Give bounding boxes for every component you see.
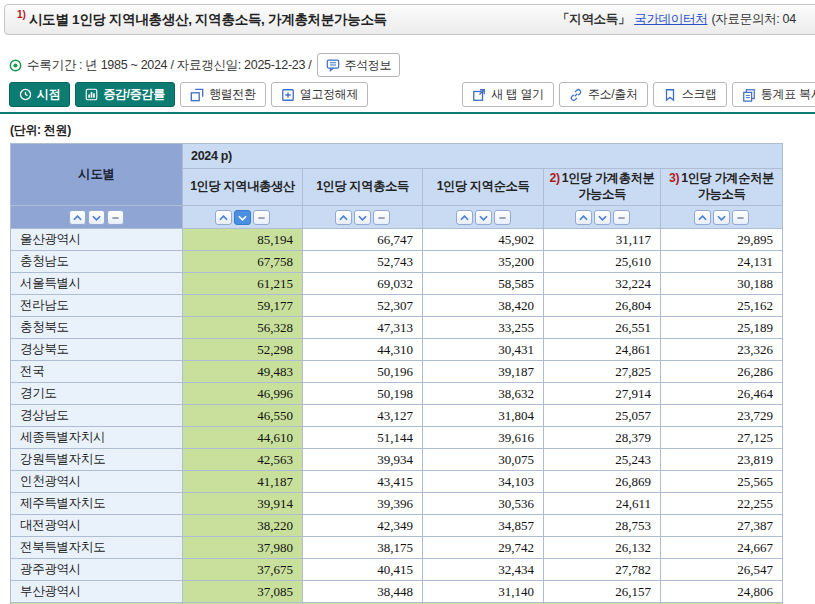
copy-table-button[interactable]: 통계표 복사/공: [732, 82, 815, 107]
sort-desc-button[interactable]: [354, 210, 371, 225]
value-cell: 23,819: [661, 449, 783, 471]
value-cell: 33,255: [423, 317, 544, 339]
value-cell: 23,729: [661, 405, 783, 427]
period-text: 수록기간 : 년 1985 ~ 2024 / 자료갱신일: 2025-12-23…: [27, 57, 311, 74]
bar-chart-icon: [85, 88, 98, 101]
table-row: 제주특별자치도39,91439,39630,53624,61122,255: [11, 493, 783, 515]
sort-desc-icon: [479, 214, 488, 222]
clock-icon: [19, 88, 32, 101]
value-cell: 52,298: [183, 339, 303, 361]
sort-desc-icon: [598, 214, 607, 222]
sort-asc-button[interactable]: [335, 210, 352, 225]
column-footnote-mark: 2): [550, 171, 560, 185]
region-cell: 제주특별자치도: [11, 493, 183, 515]
value-cell: 50,198: [303, 383, 423, 405]
value-cell: 45,902: [423, 229, 544, 251]
sort-desc-button[interactable]: [713, 210, 730, 225]
source-agency-link[interactable]: 국가데이터처: [634, 11, 707, 28]
sort-asc-icon: [219, 214, 228, 222]
value-cell: 25,162: [661, 295, 783, 317]
table-row: 대전광역시38,22042,34934,85728,75327,387: [11, 515, 783, 537]
value-cell: 43,415: [303, 471, 423, 493]
region-cell: 전북특별자치도: [11, 537, 183, 559]
region-cell: 서울특별시: [11, 273, 183, 295]
sort-asc-button[interactable]: [215, 210, 232, 225]
value-cell: 27,914: [544, 383, 661, 405]
value-cell: 85,194: [183, 229, 303, 251]
region-cell: 인천광역시: [11, 471, 183, 493]
value-cell: 28,379: [544, 427, 661, 449]
value-cell: 24,611: [544, 493, 661, 515]
column-header-label: 1인당 가계순처분가능소득: [681, 171, 774, 201]
time-point-button[interactable]: 시점: [9, 82, 70, 107]
statistics-table-page: 1)시도별 1인당 지역내총생산, 지역총소득, 가계총처분가능소득 「지역소득…: [0, 0, 815, 604]
value-cell: 41,187: [183, 471, 303, 493]
sort-asc-button[interactable]: [575, 210, 592, 225]
address-source-button[interactable]: 주소/출처: [559, 82, 648, 107]
sort-clear-icon: [111, 214, 120, 222]
sort-cell-3: [544, 206, 661, 229]
annotation-info-button[interactable]: 주석정보: [317, 53, 400, 77]
table-row: 울산광역시85,19466,74745,90231,11729,895: [11, 229, 783, 251]
table-row: 인천광역시41,18743,41534,10326,86925,565: [11, 471, 783, 493]
sort-desc-button[interactable]: [234, 210, 251, 225]
sort-clear-button[interactable]: [373, 210, 390, 225]
value-cell: 37,675: [183, 559, 303, 581]
page-title: 시도별 1인당 지역내총생산, 지역총소득, 가계총처분가능소득: [29, 13, 387, 28]
value-cell: 58,585: [423, 273, 544, 295]
value-cell: 37,980: [183, 537, 303, 559]
sort-clear-button[interactable]: [253, 210, 270, 225]
sort-cell-0: [183, 206, 303, 229]
value-cell: 30,188: [661, 273, 783, 295]
sort-cell-1: [303, 206, 423, 229]
sort-clear-button[interactable]: [613, 210, 630, 225]
unfreeze-column-button[interactable]: 열고정해제: [271, 82, 369, 107]
sort-desc-button[interactable]: [88, 210, 105, 225]
link-icon: [569, 88, 583, 102]
change-rate-button[interactable]: 증감/증감률: [75, 82, 175, 107]
new-tab-button[interactable]: 새 탭 열기: [462, 82, 554, 107]
value-cell: 24,131: [661, 251, 783, 273]
sort-clear-button[interactable]: [494, 210, 511, 225]
value-cell: 52,743: [303, 251, 423, 273]
column-header-0: 1인당 지역내총생산: [183, 169, 303, 206]
sort-asc-icon: [579, 214, 588, 222]
value-cell: 25,189: [661, 317, 783, 339]
value-cell: 38,420: [423, 295, 544, 317]
table-row: 전국49,48350,19639,18727,82526,286: [11, 361, 783, 383]
table-row: 충청남도67,75852,74335,20025,61024,131: [11, 251, 783, 273]
value-cell: 46,996: [183, 383, 303, 405]
value-cell: 25,057: [544, 405, 661, 427]
dataset-info-row: 수록기간 : 년 1985 ~ 2024 / 자료갱신일: 2025-12-23…: [9, 53, 400, 77]
sort-asc-icon: [73, 214, 82, 222]
sort-clear-button[interactable]: [107, 210, 124, 225]
value-cell: 38,632: [423, 383, 544, 405]
sort-asc-button[interactable]: [456, 210, 473, 225]
sort-clear-icon: [617, 214, 626, 222]
table-row: 경기도46,99650,19838,63227,91426,464: [11, 383, 783, 405]
sort-desc-button[interactable]: [475, 210, 492, 225]
value-cell: 26,464: [661, 383, 783, 405]
value-cell: 26,804: [544, 295, 661, 317]
title-bar: 1)시도별 1인당 지역내총생산, 지역총소득, 가계총처분가능소득 「지역소득…: [4, 4, 815, 35]
value-cell: 47,313: [303, 317, 423, 339]
sort-asc-button[interactable]: [694, 210, 711, 225]
sort-clear-button[interactable]: [732, 210, 749, 225]
year-header: 2024 p): [183, 144, 783, 169]
transpose-button[interactable]: 행렬전환: [180, 82, 266, 107]
value-cell: 69,032: [303, 273, 423, 295]
year-header-row: 시도별 2024 p): [11, 144, 783, 169]
region-cell: 충청남도: [11, 251, 183, 273]
column-footnote-mark: 3): [669, 171, 679, 185]
sort-asc-icon: [339, 214, 348, 222]
scrap-button[interactable]: 스크랩: [653, 82, 727, 107]
column-header-label: 1인당 지역총소득: [316, 179, 409, 193]
value-cell: 26,132: [544, 537, 661, 559]
sort-asc-button[interactable]: [69, 210, 86, 225]
table-row: 충청북도56,32847,31333,25526,55125,189: [11, 317, 783, 339]
value-cell: 38,448: [303, 581, 423, 603]
value-cell: 23,326: [661, 339, 783, 361]
table-row: 경상남도46,55043,12731,80425,05723,729: [11, 405, 783, 427]
column-header-label: 1인당 가계총처분가능소득: [562, 171, 655, 201]
sort-desc-button[interactable]: [594, 210, 611, 225]
